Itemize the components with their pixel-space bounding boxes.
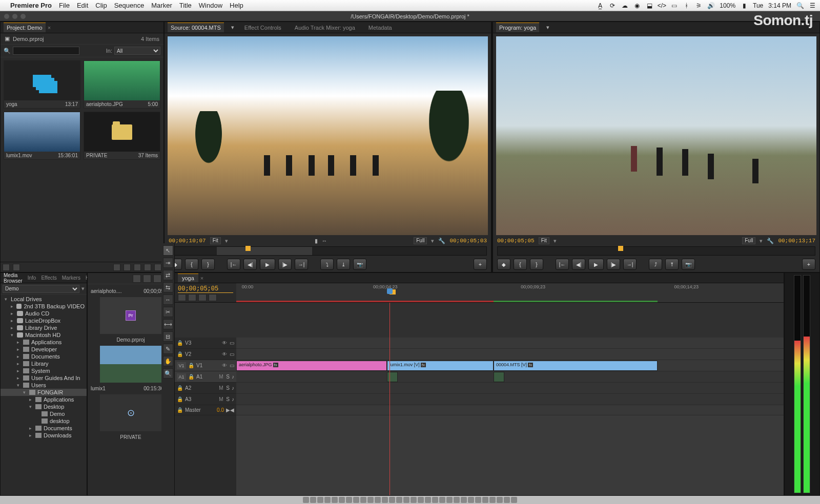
notif-icon[interactable]: ◉ bbox=[633, 2, 641, 9]
pen-tool[interactable]: ✎ bbox=[163, 344, 173, 354]
menu-sequence[interactable]: Sequence bbox=[114, 2, 145, 9]
settings-icon[interactable]: 🔧 bbox=[438, 238, 445, 244]
close-icon[interactable]: × bbox=[48, 25, 51, 31]
step-back-button[interactable]: ◀| bbox=[572, 259, 585, 270]
dock-app-icon[interactable] bbox=[375, 497, 381, 503]
bin-private[interactable]: PRIVATE37 Items bbox=[84, 112, 160, 160]
mark-out-icon[interactable]: } bbox=[201, 259, 215, 270]
effects-tab[interactable]: Effects bbox=[41, 275, 56, 281]
dock-app-icon[interactable] bbox=[339, 497, 345, 503]
go-to-out-button[interactable]: →| bbox=[295, 259, 308, 270]
dock-app-icon[interactable] bbox=[475, 497, 481, 503]
markers-tab[interactable]: Markers bbox=[62, 275, 80, 281]
tree-local-drives[interactable]: Local Drives bbox=[1, 296, 87, 303]
wifi-icon[interactable]: ⚞ bbox=[695, 2, 702, 9]
extract-button[interactable]: ⤒ bbox=[665, 259, 679, 270]
dock-app-icon[interactable] bbox=[418, 497, 424, 503]
menubar-day[interactable]: Tue bbox=[753, 2, 763, 9]
program-fit-dropdown[interactable]: Fit bbox=[539, 237, 549, 244]
tree-item[interactable]: User Guides And In bbox=[1, 374, 87, 382]
notification-center-icon[interactable]: ☰ bbox=[809, 2, 816, 9]
track-row-master[interactable] bbox=[236, 405, 784, 415]
tree-item[interactable]: Applications bbox=[1, 396, 87, 403]
adobe-icon[interactable]: A̲ bbox=[597, 2, 604, 9]
button-editor-icon[interactable]: + bbox=[802, 259, 815, 270]
dock-app-icon[interactable] bbox=[382, 497, 388, 503]
selection-tool[interactable]: ↖ bbox=[163, 245, 173, 256]
ripple-edit-tool[interactable]: ⇄ bbox=[163, 270, 173, 280]
tree-item[interactable]: Desktop bbox=[1, 403, 87, 410]
tree-item[interactable]: Documents bbox=[1, 353, 87, 360]
tree-item[interactable]: desktop bbox=[1, 417, 87, 425]
menu-marker[interactable]: Marker bbox=[151, 2, 172, 9]
step-forward-button[interactable]: |▶ bbox=[607, 259, 620, 270]
dock-app-icon[interactable] bbox=[446, 497, 453, 503]
track-row-v1[interactable]: aerialphoto.JPGfx lumix1.mov [V]fx 00004… bbox=[236, 360, 784, 371]
tree-item[interactable]: Library bbox=[1, 360, 87, 367]
track-row-v2[interactable] bbox=[236, 349, 784, 360]
dock-app-icon[interactable] bbox=[360, 497, 366, 503]
clip-aerialphoto[interactable]: aerialphoto.JPGfx bbox=[236, 361, 387, 371]
dropdown-icon[interactable]: ▾ bbox=[554, 238, 557, 244]
linked-selection-icon[interactable] bbox=[188, 294, 196, 301]
bin-yoga[interactable]: yoga13:17 bbox=[4, 60, 80, 109]
menu-clip[interactable]: Clip bbox=[95, 2, 107, 9]
track-a3[interactable]: 🔒A3MS♪ bbox=[175, 394, 236, 405]
source-tab[interactable]: Source: 00004.MTS bbox=[168, 23, 224, 32]
multicam-icon[interactable]: ↔ bbox=[322, 238, 327, 244]
button-editor-icon[interactable]: + bbox=[474, 259, 487, 270]
playhead-line[interactable] bbox=[389, 303, 390, 495]
export-frame-button[interactable]: 📷 bbox=[682, 259, 695, 270]
source-fit-dropdown[interactable]: Fit bbox=[210, 237, 221, 244]
play-button[interactable]: ▶ bbox=[588, 259, 604, 270]
filetype-icon[interactable] bbox=[153, 275, 161, 283]
dock-app-icon[interactable] bbox=[461, 497, 467, 503]
tree-item[interactable]: System bbox=[1, 367, 87, 374]
clip-00004[interactable]: 00004.MTS [V]fx bbox=[494, 361, 658, 371]
settings-icon[interactable] bbox=[209, 294, 217, 301]
menu-window[interactable]: Window bbox=[199, 2, 222, 9]
rolling-edit-tool[interactable]: ⇆ bbox=[163, 282, 173, 292]
clip-audio1[interactable] bbox=[387, 372, 398, 382]
window-close[interactable] bbox=[4, 14, 9, 19]
mark-in-icon[interactable]: { bbox=[185, 259, 198, 270]
export-frame-button[interactable]: 📷 bbox=[353, 259, 366, 270]
mark-in-icon[interactable]: { bbox=[514, 259, 527, 270]
program-quality-dropdown[interactable]: Full bbox=[742, 237, 755, 244]
go-to-in-button[interactable]: |← bbox=[227, 259, 240, 270]
track-row-a3[interactable] bbox=[236, 394, 784, 405]
tree-item-selected[interactable]: FONGAIR bbox=[1, 389, 87, 396]
info-tab[interactable]: Info bbox=[28, 275, 36, 281]
step-back-button[interactable]: ◀| bbox=[243, 259, 257, 270]
dock-app-icon[interactable] bbox=[432, 497, 438, 503]
dock-app-icon[interactable] bbox=[489, 497, 496, 503]
dock-app-icon[interactable] bbox=[511, 497, 517, 503]
forward-icon[interactable] bbox=[143, 275, 151, 283]
track-row-a1[interactable] bbox=[236, 371, 784, 383]
sequence-tab[interactable]: yoga bbox=[178, 274, 198, 282]
program-tc-current[interactable]: 00;00;05;05 bbox=[497, 238, 535, 244]
hand-tool[interactable]: ✋ bbox=[163, 356, 173, 366]
preview-item[interactable]: aerialphoto....00;00;05;00 Pr Demo.prpro… bbox=[88, 284, 174, 444]
tree-item[interactable]: LacieDropBox bbox=[1, 317, 87, 324]
effect-controls-tab[interactable]: Effect Controls bbox=[241, 23, 284, 32]
track-v1[interactable]: V1🔒V1👁▭ bbox=[175, 360, 236, 371]
dock-app-icon[interactable] bbox=[468, 497, 474, 503]
bluetooth-icon[interactable]: ᚼ bbox=[683, 2, 690, 9]
tree-item[interactable]: Macintosh HD bbox=[1, 331, 87, 339]
timeline-tc[interactable]: 00;00;05;05 bbox=[178, 285, 233, 293]
project-search-input[interactable] bbox=[13, 47, 79, 55]
go-to-in-button[interactable]: |← bbox=[556, 259, 569, 270]
new-item-icon[interactable] bbox=[144, 264, 151, 271]
dropdown-icon[interactable]: ▾ bbox=[231, 24, 234, 31]
clip-audio2[interactable] bbox=[494, 372, 504, 382]
dock-app-icon[interactable] bbox=[439, 497, 445, 503]
menu-file[interactable]: File bbox=[59, 2, 70, 9]
marker-icon[interactable] bbox=[198, 294, 207, 301]
dropdown-icon[interactable]: ▾ bbox=[546, 24, 549, 31]
sync-icon[interactable]: ⟳ bbox=[609, 2, 616, 9]
cloud-icon[interactable]: ☁ bbox=[621, 2, 628, 9]
mark-out-icon[interactable]: } bbox=[530, 259, 543, 270]
track-a2[interactable]: 🔒A2MS♪ bbox=[175, 383, 236, 394]
tree-item[interactable]: 2nd 3TB Backup VIDEO bbox=[1, 303, 87, 310]
